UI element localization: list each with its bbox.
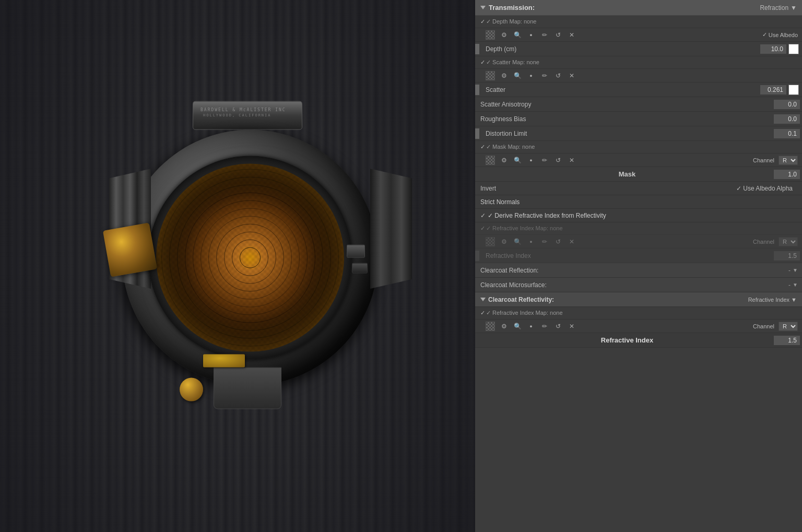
clearcoat-gear-icon[interactable]: ⚙ — [499, 322, 509, 331]
transmission-section-header[interactable]: Transmission: Refraction ▼ — [475, 0, 802, 16]
mask-refresh-icon[interactable]: ↺ — [553, 156, 563, 165]
clearcoat-refractive-icon-row: ⚙ 🔍 ● ✏ ↺ ✕ Channel RGBA — [475, 320, 802, 333]
mask-channel-dropdown[interactable]: RGBA — [779, 156, 798, 165]
distortion-limit-value[interactable]: 0.1 — [774, 129, 800, 138]
clearcoat-reflection-value: - — [788, 267, 791, 274]
refractive-close-icon[interactable]: ✕ — [567, 237, 576, 246]
refractive-map-label: ✓ Refractive Index Map: none — [486, 225, 802, 232]
clearcoat-mode-label: Refractive Index — [748, 297, 789, 303]
depth-circle-icon[interactable]: ● — [526, 30, 536, 40]
depth-close-icon[interactable]: ✕ — [567, 30, 576, 40]
refractive-gear-icon[interactable]: ⚙ — [499, 237, 509, 246]
scatter-map-check: ✓ — [480, 59, 485, 66]
mask-channel-label: Channel — [750, 157, 774, 163]
image-viewport: BARDWELL & McALISTER INC HOLLYWOOD, CALI… — [0, 0, 475, 532]
scatter-map-icon-row: ⚙ 🔍 ● ✏ ↺ ✕ — [475, 69, 802, 82]
mask-circle-icon[interactable]: ● — [526, 156, 536, 165]
refractive-search-icon[interactable]: 🔍 — [513, 237, 522, 246]
clearcoat-refractive-index-value[interactable]: 1.5 — [774, 336, 800, 345]
scatter-anisotropy-row: Scatter Anisotropy 0.0 — [475, 97, 802, 112]
refractive-circle-icon[interactable]: ● — [526, 237, 536, 246]
strict-normals-row: Strict Normals — [475, 195, 802, 209]
clearcoat-microsurface-dropdown-icon[interactable]: ▼ — [793, 282, 798, 288]
invert-row: Invert ✓ Use Albedo Alpha — [475, 182, 802, 195]
scatter-value[interactable]: 0.261 — [760, 85, 786, 94]
depth-refresh-icon[interactable]: ↺ — [553, 30, 563, 40]
dropdown-arrow: ▼ — [791, 4, 797, 11]
transmission-title: Transmission: — [489, 4, 535, 11]
depth-search-icon[interactable]: 🔍 — [513, 30, 522, 40]
clearcoat-reflection-dropdown-icon[interactable]: ▼ — [793, 267, 798, 273]
clearcoat-refresh-icon[interactable]: ↺ — [553, 322, 563, 331]
depth-map-row: ✓ ✓ Depth Map: none — [475, 16, 802, 28]
depth-gear-icon[interactable]: ⚙ — [499, 30, 509, 40]
refractive-checker — [486, 237, 495, 246]
mask-map-label: ✓ Mask Map: none — [486, 144, 802, 150]
scatter-gear-icon[interactable]: ⚙ — [499, 71, 509, 80]
clearcoat-channel-label: Channel — [750, 323, 774, 329]
collapse-icon — [480, 6, 486, 9]
mask-value[interactable]: 1.0 — [774, 170, 800, 179]
distortion-limit-label: Distortion Limit — [480, 130, 774, 137]
refractive-index-slider — [475, 251, 479, 261]
scatter-checker — [486, 71, 495, 80]
clearcoat-reflection-label: Clearcoat Reflection: — [475, 267, 788, 274]
strict-normals-label: Strict Normals — [480, 198, 520, 206]
depth-map-check: ✓ — [480, 18, 485, 25]
derive-refractive-row: ✓ ✓ Derive Refractive Index from Reflect… — [475, 209, 802, 222]
mask-map-check: ✓ — [480, 144, 485, 150]
clearcoat-channel-dropdown[interactable]: RGBA — [779, 322, 798, 331]
scatter-slider[interactable] — [475, 85, 479, 95]
mask-value-row: Mask 1.0 — [475, 167, 802, 182]
refractive-refresh-icon[interactable]: ↺ — [553, 237, 563, 246]
clearcoat-circle-icon[interactable]: ● — [526, 322, 536, 331]
scatter-color-swatch[interactable] — [788, 85, 799, 95]
derive-check: ✓ — [480, 212, 486, 219]
scatter-pencil-icon[interactable]: ✏ — [540, 71, 549, 80]
derive-label: ✓ Derive Refractive Index from Reflectiv… — [488, 212, 606, 219]
scatter-anisotropy-value[interactable]: 0.0 — [774, 100, 800, 109]
mask-pencil-icon[interactable]: ✏ — [540, 156, 549, 165]
distortion-slider[interactable] — [475, 128, 479, 139]
clearcoat-reflectivity-label: Clearcoat Reflectivity: — [488, 296, 554, 303]
scatter-close-icon[interactable]: ✕ — [567, 71, 576, 80]
mask-search-icon[interactable]: 🔍 — [513, 156, 522, 165]
clearcoat-microsurface-value: - — [788, 281, 791, 289]
roughness-bias-value[interactable]: 0.0 — [774, 114, 800, 124]
mask-close-icon[interactable]: ✕ — [567, 156, 576, 165]
clearcoat-reflectivity-header[interactable]: Clearcoat Reflectivity: Refractive Index… — [475, 292, 802, 307]
scatter-refresh-icon[interactable]: ↺ — [553, 71, 563, 80]
scatter-circle-icon[interactable]: ● — [526, 71, 536, 80]
invert-label: Invert — [480, 185, 736, 192]
distortion-limit-row: Distortion Limit 0.1 — [475, 126, 802, 141]
scatter-anisotropy-label: Scatter Anisotropy — [475, 101, 774, 108]
depth-pencil-icon[interactable]: ✏ — [540, 30, 549, 40]
clearcoat-microsurface-label: Clearcoat Microsurface: — [475, 281, 788, 289]
refractive-channel-label: Channel — [750, 239, 774, 245]
clearcoat-close-icon[interactable]: ✕ — [567, 322, 576, 331]
refractive-pencil-icon[interactable]: ✏ — [540, 237, 549, 246]
albedo-alpha-check: ✓ — [736, 185, 741, 192]
depth-label: Depth (cm) — [480, 45, 760, 53]
mask-gear-icon[interactable]: ⚙ — [499, 156, 509, 165]
depth-map-checker — [486, 30, 495, 40]
clearcoat-collapse-icon — [480, 298, 486, 301]
clearcoat-refractive-index-row: Refractive Index 1.5 — [475, 333, 802, 348]
scatter-row: Scatter 0.261 — [475, 82, 802, 97]
depth-map-icon-row: ⚙ 🔍 ● ✏ ↺ ✕ ✓ ✓ Use Albedo Use Albedo — [475, 28, 802, 42]
mask-map-label-row: ✓ ✓ Mask Map: none — [475, 141, 802, 153]
refractive-index-value[interactable]: 1.5 — [774, 251, 800, 261]
depth-color-swatch[interactable] — [788, 44, 799, 54]
depth-slider[interactable] — [475, 44, 479, 54]
depth-value[interactable]: 10.0 — [760, 44, 786, 54]
roughness-bias-row: Roughness Bias 0.0 — [475, 112, 802, 126]
clearcoat-reflectivity-mode[interactable]: Refractive Index ▼ — [748, 297, 797, 303]
refractive-index-icon-row: ⚙ 🔍 ● ✏ ↺ ✕ Channel RGBA — [475, 235, 802, 249]
use-albedo-text: Use Albedo — [769, 32, 798, 38]
scatter-search-icon[interactable]: 🔍 — [513, 71, 522, 80]
clearcoat-search-icon[interactable]: 🔍 — [513, 322, 522, 331]
transmission-mode[interactable]: Refraction ▼ — [760, 4, 797, 11]
scatter-map-label: ✓ Scatter Map: none — [486, 59, 802, 66]
refractive-channel-dropdown[interactable]: RGBA — [779, 237, 798, 246]
clearcoat-pencil-icon[interactable]: ✏ — [540, 322, 549, 331]
